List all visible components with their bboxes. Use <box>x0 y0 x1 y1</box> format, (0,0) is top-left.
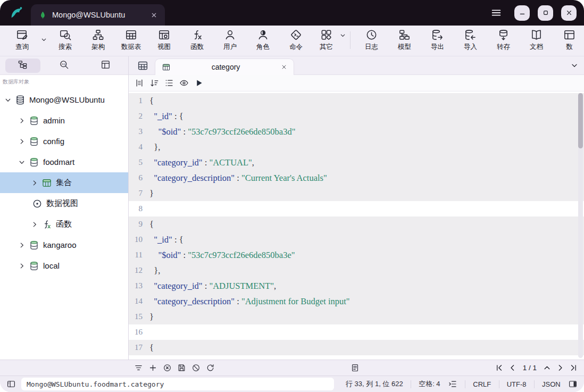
collapse-panel-icon[interactable] <box>543 364 551 372</box>
toolbar-query-button[interactable]: 查询 <box>6 27 38 53</box>
code-line-14[interactable]: 14 "category_description" : "Adjustment … <box>129 294 584 309</box>
sidebar-tab-sql-search[interactable]: SQL <box>46 59 81 73</box>
toolbar-search-button[interactable]: 搜索 <box>49 27 81 53</box>
toolbar-dump-button[interactable]: 转存 <box>488 27 519 53</box>
menu-icon[interactable] <box>490 7 502 19</box>
chevron-right-icon[interactable] <box>18 262 28 270</box>
delete-record-icon[interactable] <box>163 363 172 372</box>
others-icon <box>320 29 332 41</box>
tree-item-local[interactable]: local <box>0 255 128 276</box>
refresh-icon[interactable] <box>206 363 215 372</box>
file-format[interactable]: JSON <box>542 380 561 388</box>
format-view-icon[interactable] <box>135 78 144 88</box>
code-line-11[interactable]: 11 "$oid" : "53c7c973ccf26e6de850ba3e" <box>129 247 584 263</box>
toolbar-views-button[interactable]: 视图 <box>148 27 180 53</box>
toolbar-import-button[interactable]: 导入 <box>455 27 486 53</box>
code-line-17[interactable]: 17{ <box>129 340 584 355</box>
code-line-13[interactable]: 13 "category_id" : "ADJUSTMENT", <box>129 278 584 294</box>
tree-item-admin[interactable]: admin <box>0 110 128 131</box>
toggle-sidebar-icon[interactable] <box>6 379 16 389</box>
chevron-down-icon[interactable] <box>4 96 14 104</box>
sort-icon[interactable] <box>149 78 159 88</box>
toolbar-schema-button[interactable]: 架构 <box>82 27 114 53</box>
run-icon[interactable] <box>194 78 204 88</box>
tab-category[interactable]: category <box>155 59 294 75</box>
preview-eye-icon[interactable] <box>179 78 189 88</box>
vertical-scrollbar[interactable] <box>578 93 583 358</box>
indent-icon[interactable] <box>448 379 457 389</box>
toggle-right-panel-icon[interactable] <box>568 379 578 389</box>
save-record-icon[interactable] <box>177 363 186 372</box>
toolbar-logs-button[interactable]: 日志 <box>356 27 387 53</box>
sidebar-tabs: SQL <box>0 56 128 75</box>
encoding[interactable]: UTF-8 <box>507 380 527 388</box>
form-view-icon[interactable] <box>351 363 360 372</box>
code-line-3[interactable]: 3 "$oid" : "53c7c973ccf26e6de850ba3d" <box>129 124 584 139</box>
code-line-2[interactable]: 2 "_id" : { <box>129 109 584 124</box>
chevron-down-icon[interactable] <box>18 159 28 166</box>
chevron-right-icon[interactable] <box>31 179 40 187</box>
object-path[interactable]: Mongo@WSLUbuntu.foodmart.category <box>21 378 334 390</box>
connection-tab[interactable]: Mongo@WSLUbuntu <box>31 4 165 26</box>
line-ending[interactable]: CRLF <box>473 380 491 388</box>
chevron-right-icon[interactable] <box>31 221 40 228</box>
tab-close-icon[interactable] <box>151 12 157 19</box>
sidebar-tab-schema-view[interactable] <box>88 59 123 73</box>
maximize-button[interactable] <box>538 5 553 21</box>
toolbar-data-generation-button[interactable]: 数 <box>554 27 584 53</box>
indent-setting[interactable]: 空格: 4 <box>419 379 440 389</box>
chevron-down-icon[interactable] <box>339 31 346 41</box>
filter-icon[interactable] <box>134 363 143 372</box>
scrollbar-thumb[interactable] <box>578 93 583 148</box>
minimize-button[interactable] <box>514 5 530 21</box>
json-editor[interactable]: 1{2 "_id" : {3 "$oid" : "53c7c973ccf26e6… <box>129 91 584 360</box>
toolbar-models-button[interactable]: 模型 <box>389 27 420 53</box>
code-line-15[interactable]: 15} <box>129 309 584 324</box>
chevron-right-icon[interactable] <box>18 117 28 124</box>
toolbar-documents-button[interactable]: 文档 <box>521 27 552 53</box>
tab-list-chevron-icon[interactable] <box>570 61 579 70</box>
object-tab-icon[interactable] <box>137 60 148 71</box>
code-line-8[interactable]: 8 <box>129 201 584 216</box>
toolbar-tables-button[interactable]: 数据表 <box>115 27 147 53</box>
code-line-4[interactable]: 4 }, <box>129 139 584 155</box>
toolbar-roles-button[interactable]: 角色 <box>247 27 279 53</box>
code-line-9[interactable]: 9{ <box>129 216 584 232</box>
tab-category-close-icon[interactable] <box>281 64 287 70</box>
code-line-10[interactable]: 10 "_id" : { <box>129 232 584 247</box>
tree-item-functions[interactable]: 函数 <box>0 214 128 235</box>
toolbar-commands-button[interactable]: 命令 <box>280 27 312 53</box>
code-line-1[interactable]: 1{ <box>129 93 584 109</box>
toolbar-functions-button[interactable]: 函数 <box>181 27 213 53</box>
tree-item-collections[interactable]: 集合 <box>0 172 128 193</box>
toolbar-query-dropdown[interactable] <box>39 27 48 53</box>
chevron-right-icon[interactable] <box>18 138 28 145</box>
close-button[interactable] <box>561 5 577 21</box>
code-line-5[interactable]: 5 "category_id" : "ACTUAL", <box>129 155 584 170</box>
chevron-right-icon[interactable] <box>18 241 28 249</box>
code-line-6[interactable]: 6 "category_description" : "Current Year… <box>129 170 584 186</box>
tree-item-config[interactable]: config <box>0 131 128 152</box>
previous-page-icon[interactable] <box>508 364 516 372</box>
tree-item-kangaroo[interactable]: kangaroo <box>0 235 128 255</box>
outline-list-icon[interactable] <box>164 78 174 88</box>
line-number: 15 <box>129 309 143 324</box>
line-content: "category_id" : "ACTUAL", <box>149 155 254 170</box>
search-icon <box>59 29 71 41</box>
code-line-7[interactable]: 7} <box>129 186 584 201</box>
tree-item-data-views[interactable]: 数据视图 <box>0 193 128 214</box>
tree-item-foodmart[interactable]: foodmart <box>0 152 128 172</box>
next-page-icon[interactable] <box>556 364 564 372</box>
toolbar-users-button[interactable]: 用户 <box>214 27 246 53</box>
first-page-icon[interactable] <box>495 364 503 372</box>
code-line-12[interactable]: 12 }, <box>129 263 584 278</box>
tree-item-mongo-connection[interactable]: Mongo@WSLUbuntu <box>0 89 128 110</box>
toolbar-others-button[interactable]: 其它 <box>313 27 345 53</box>
sidebar-tab-objects[interactable] <box>5 59 40 73</box>
code-line-16[interactable]: 16 <box>129 324 584 340</box>
commands-icon <box>290 29 302 41</box>
toolbar-export-button[interactable]: 导出 <box>422 27 453 53</box>
discard-changes-icon[interactable] <box>191 363 201 372</box>
add-record-icon[interactable] <box>148 363 157 372</box>
last-page-icon[interactable] <box>570 364 578 372</box>
